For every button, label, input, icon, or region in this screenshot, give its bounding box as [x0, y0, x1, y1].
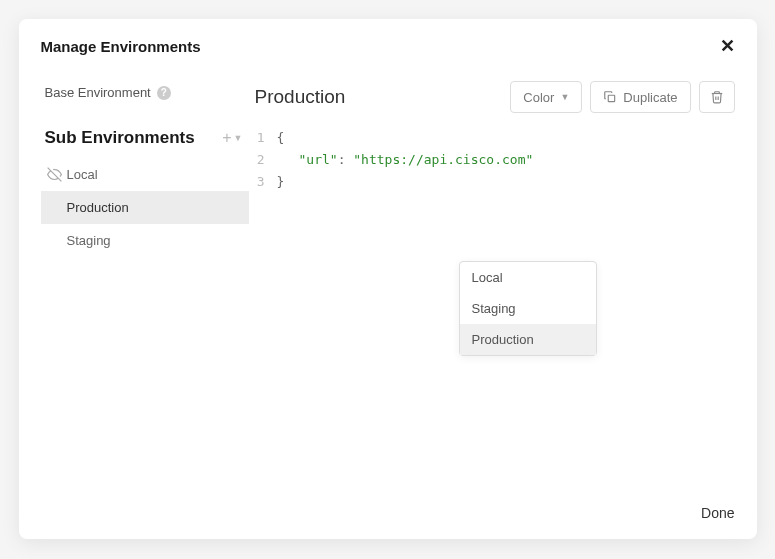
plus-icon: +	[222, 130, 231, 146]
modal-header: Manage Environments ✕	[19, 19, 757, 65]
code-key: "url"	[299, 152, 338, 167]
code-colon: :	[338, 152, 346, 167]
close-button[interactable]: ✕	[720, 37, 735, 55]
toolbar: Color ▼ Duplicate	[510, 81, 734, 113]
editor-line: 1 {	[255, 127, 735, 149]
sidebar-item-label: Production	[67, 200, 129, 215]
sub-environments-title: Sub Environments	[45, 128, 195, 148]
color-label: Color	[523, 90, 554, 105]
modal-body: Base Environment ? Sub Environments + ▼	[19, 65, 757, 491]
sidebar: Base Environment ? Sub Environments + ▼	[31, 65, 249, 491]
line-number: 1	[255, 127, 277, 149]
sidebar-item-staging[interactable]: Staging	[41, 224, 249, 257]
line-number: 3	[255, 171, 277, 193]
json-editor[interactable]: 1 { 2 "url": "https://api.cisco.com" 3 }	[255, 127, 735, 193]
sidebar-item-label: Staging	[67, 233, 111, 248]
color-picker-button[interactable]: Color ▼	[510, 81, 582, 113]
manage-environments-modal: Manage Environments ✕ Base Environment ?…	[19, 19, 757, 539]
duplicate-label: Duplicate	[623, 90, 677, 105]
help-icon[interactable]: ?	[157, 86, 171, 100]
svg-rect-1	[609, 95, 615, 101]
dropdown-item-staging[interactable]: Staging	[460, 293, 596, 324]
base-environment-label: Base Environment	[45, 85, 151, 100]
caret-down-icon: ▼	[560, 92, 569, 102]
code-string: "https://api.cisco.com"	[353, 152, 533, 167]
environment-dropdown: Local Staging Production	[459, 261, 597, 356]
dropdown-item-local[interactable]: Local	[460, 262, 596, 293]
sidebar-item-production[interactable]: Production	[41, 191, 249, 224]
done-button[interactable]: Done	[701, 505, 734, 521]
environment-list: Local Production Staging	[41, 158, 249, 257]
editor-line: 3 }	[255, 171, 735, 193]
code-brace: }	[277, 174, 285, 189]
trash-icon	[710, 90, 724, 104]
base-environment-row[interactable]: Base Environment ?	[41, 85, 249, 128]
environment-name[interactable]: Production	[255, 86, 346, 108]
main-panel: Production Color ▼ Duplicate	[249, 65, 745, 491]
modal-title: Manage Environments	[41, 38, 201, 55]
sub-environments-header: Sub Environments + ▼	[41, 128, 249, 158]
caret-down-icon: ▼	[234, 133, 243, 143]
main-header: Production Color ▼ Duplicate	[255, 81, 735, 113]
code-brace: {	[277, 130, 285, 145]
line-number: 2	[255, 149, 277, 171]
add-environment-button[interactable]: + ▼	[222, 130, 242, 146]
hidden-icon	[47, 167, 63, 182]
modal-footer: Done	[19, 491, 757, 539]
editor-line: 2 "url": "https://api.cisco.com"	[255, 149, 735, 171]
dropdown-item-production[interactable]: Production	[460, 324, 596, 355]
duplicate-icon	[603, 90, 617, 104]
delete-button[interactable]	[699, 81, 735, 113]
sidebar-item-local[interactable]: Local	[41, 158, 249, 191]
sidebar-item-label: Local	[67, 167, 98, 182]
duplicate-button[interactable]: Duplicate	[590, 81, 690, 113]
